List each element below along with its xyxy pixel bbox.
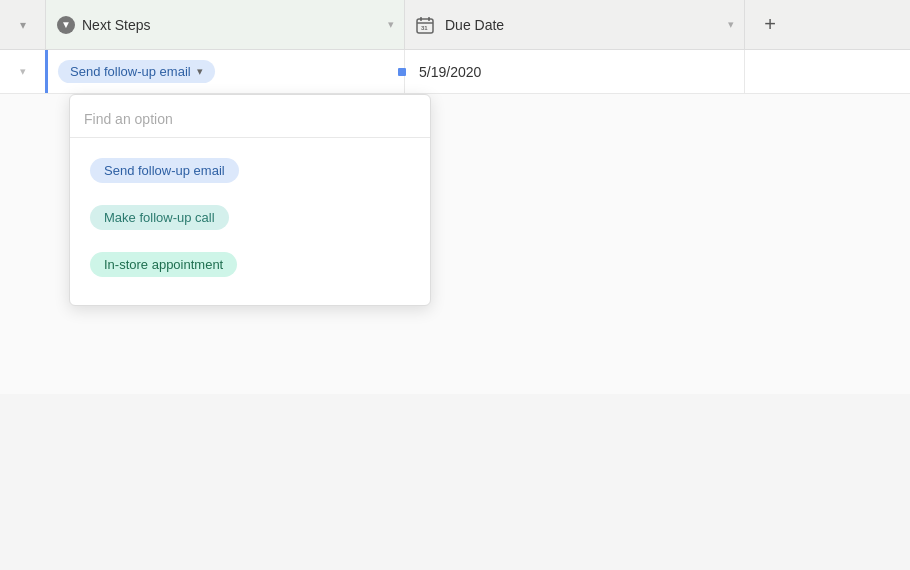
option-in-store-appointment-tag: In-store appointment [90, 252, 237, 277]
cell-next-steps[interactable]: Send follow-up email ▾ [45, 50, 405, 93]
calendar-icon: 31 [415, 15, 435, 35]
option-send-follow-up-email-tag: Send follow-up email [90, 158, 239, 183]
cell-due-date[interactable]: 5/19/2020 [405, 50, 745, 93]
svg-rect-2 [428, 17, 430, 21]
column-header-next-steps[interactable]: ▼ Next Steps ▾ [45, 0, 405, 49]
due-date-header-label: Due Date [445, 17, 722, 33]
add-icon[interactable]: + [764, 13, 776, 36]
column-header-due-date[interactable]: 31 Due Date ▾ [405, 0, 745, 49]
header-row: ▾ ▼ Next Steps ▾ 31 Due Date ▾ + [0, 0, 910, 50]
due-date-value: 5/19/2020 [419, 64, 481, 80]
dropdown-connector [398, 68, 406, 76]
arrow-circle-icon: ▼ [57, 16, 75, 34]
dropdown-search-input[interactable] [84, 111, 416, 127]
dropdown-overlay: Send follow-up email Make follow-up call… [69, 94, 431, 306]
next-steps-header-chevron-icon: ▾ [388, 18, 394, 31]
next-steps-tag[interactable]: Send follow-up email ▾ [58, 60, 215, 83]
next-steps-tag-label: Send follow-up email [70, 64, 191, 79]
add-column-button[interactable]: + [745, 0, 795, 49]
next-steps-header-label: Next Steps [82, 17, 382, 33]
dropdown-option-1[interactable]: Send follow-up email [84, 150, 416, 191]
next-steps-icon: ▼ [56, 15, 76, 35]
svg-text:31: 31 [421, 25, 428, 31]
dropdown-option-3[interactable]: In-store appointment [84, 244, 416, 285]
data-row: ▾ Send follow-up email ▾ 5/19/2020 [0, 50, 910, 94]
svg-rect-1 [420, 17, 422, 21]
row-chevron-icon: ▾ [20, 65, 26, 78]
tag-dropdown-arrow-icon[interactable]: ▾ [197, 65, 203, 78]
table-container: ▾ ▼ Next Steps ▾ 31 Due Date ▾ + [0, 0, 910, 570]
chevron-down-icon: ▾ [20, 18, 26, 32]
due-date-header-chevron-icon: ▾ [728, 18, 734, 31]
dropdown-option-2[interactable]: Make follow-up call [84, 197, 416, 238]
option-make-follow-up-call-tag: Make follow-up call [90, 205, 229, 230]
dropdown-search-area [70, 105, 430, 138]
row-toggle-header[interactable]: ▾ [0, 18, 45, 32]
dropdown-options-list: Send follow-up email Make follow-up call… [70, 146, 430, 289]
row-toggle[interactable]: ▾ [0, 50, 45, 93]
